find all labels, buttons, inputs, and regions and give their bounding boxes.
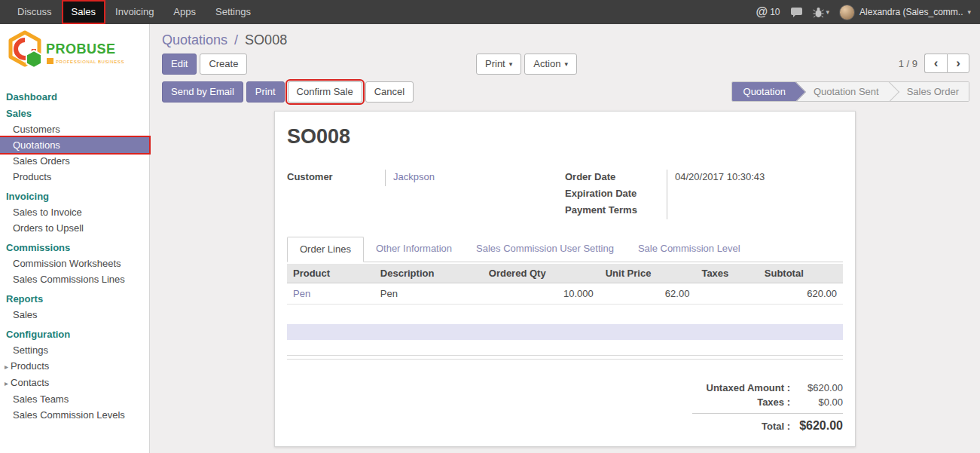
col-header-taxes[interactable]: Taxes <box>695 264 758 283</box>
pager-previous-button[interactable]: ‹ <box>924 54 947 73</box>
cancel-button[interactable]: Cancel <box>365 81 414 103</box>
taxes-value: $0.00 <box>790 396 843 408</box>
print-button[interactable]: Print <box>246 81 285 103</box>
totals-block: Untaxed Amount : $620.00 Taxes : $0.00 T… <box>692 381 843 434</box>
sidebar-item-reports-sales[interactable]: Sales <box>0 307 149 323</box>
tab-sale-commission-level[interactable]: Sale Commission Level <box>626 237 753 262</box>
at-icon: @ <box>756 5 768 19</box>
main-content: Quotations / SO008 Edit Create Print ▾ A… <box>150 24 980 453</box>
control-panel-row-2: Send by Email Print Confirm Sale Cancel … <box>162 81 969 103</box>
logo-tagline: PROFESSIONAL BUSINESS <box>56 60 124 64</box>
sidebar: PROBUSE PROFESSIONAL BUSINESS Dashboard … <box>0 24 150 453</box>
sidebar-item-sales-commissions-lines[interactable]: Sales Commissions Lines <box>0 271 149 287</box>
top-menu-sales[interactable]: Sales <box>62 0 106 24</box>
sidebar-item-quotations[interactable]: Quotations <box>0 137 149 153</box>
tab-order-lines[interactable]: Order Lines <box>287 237 364 262</box>
sidebar-item-sales-to-invoice[interactable]: Sales to Invoice <box>0 204 149 220</box>
cell-ordered-qty[interactable]: 10.000 <box>483 283 600 305</box>
sidebar-section-reports[interactable]: Reports <box>0 290 149 307</box>
caret-down-icon: ▾ <box>509 58 513 70</box>
col-header-unit-price[interactable]: Unit Price <box>600 264 696 283</box>
order-date-value[interactable]: 04/20/2017 10:30:43 <box>667 170 843 186</box>
customer-label: Customer <box>287 170 385 186</box>
sidebar-item-settings[interactable]: Settings <box>0 342 149 358</box>
sidebar-section-dashboard[interactable]: Dashboard <box>0 88 149 105</box>
total-value: $620.00 <box>790 419 843 433</box>
product-link[interactable]: Pen <box>293 288 310 299</box>
top-menu-invoicing[interactable]: Invoicing <box>105 0 163 24</box>
payment-terms-value[interactable] <box>667 203 843 219</box>
top-menu-apps[interactable]: Apps <box>163 0 206 24</box>
topbar-systray: @ 10 ▾ Alexandra (Sales_com <box>756 0 980 24</box>
bug-icon <box>813 7 824 18</box>
col-header-product[interactable]: Product <box>287 264 374 283</box>
action-dropdown-label: Action <box>533 58 560 70</box>
empty-line-row[interactable] <box>287 324 843 340</box>
customer-field[interactable]: Jackpson <box>385 170 565 186</box>
col-header-ordered-qty[interactable]: Ordered Qty <box>483 264 600 283</box>
top-menu-discuss[interactable]: Discuss <box>8 0 62 24</box>
expiration-date-value[interactable] <box>667 186 843 203</box>
breadcrumb-current: SO008 <box>245 32 287 47</box>
status-step-quotation-sent[interactable]: Quotation Sent <box>795 82 889 101</box>
notebook-tabs: Order Lines Other Information Sales Comm… <box>287 237 843 262</box>
sidebar-section-commissions[interactable]: Commissions <box>0 239 149 256</box>
confirm-sale-button[interactable]: Confirm Sale <box>288 81 362 103</box>
user-menu[interactable]: Alexandra (Sales_comm.. ▾ <box>839 5 971 20</box>
section-separator <box>287 355 843 360</box>
total-label: Total : <box>692 421 790 432</box>
sidebar-section-invoicing[interactable]: Invoicing <box>0 188 149 204</box>
pager-next-button[interactable]: › <box>947 54 969 73</box>
chat-icon <box>790 7 803 18</box>
send-by-email-button[interactable]: Send by Email <box>162 81 243 103</box>
breadcrumb-quotations-link[interactable]: Quotations <box>162 32 227 47</box>
sidebar-item-products[interactable]: Products <box>0 169 149 185</box>
caret-down-icon: ▾ <box>826 8 830 16</box>
cell-description[interactable]: Pen <box>374 283 483 305</box>
probuse-logo[interactable]: PROBUSE PROFESSIONAL BUSINESS <box>0 24 149 85</box>
activity-count-badge: 10 <box>770 7 780 17</box>
status-step-sales-order[interactable]: Sales Order <box>889 82 969 101</box>
chevron-left-icon: ‹ <box>934 56 939 71</box>
sidebar-item-contacts[interactable]: ▸Contacts <box>0 375 149 391</box>
cell-subtotal[interactable]: 620.00 <box>759 283 843 305</box>
messages-button[interactable] <box>790 7 803 18</box>
tab-other-information[interactable]: Other Information <box>364 237 464 262</box>
sidebar-item-commission-worksheets[interactable]: Commission Worksheets <box>0 256 149 271</box>
sidebar-item-label: Contacts <box>11 377 49 388</box>
chevron-right-icon: › <box>956 56 960 71</box>
cell-unit-price[interactable]: 62.00 <box>600 283 696 305</box>
record-title: SO008 <box>287 125 843 148</box>
customer-link[interactable]: Jackpson <box>393 171 435 182</box>
debug-menu-button[interactable]: ▾ <box>813 7 830 18</box>
print-dropdown-label: Print <box>485 58 505 70</box>
status-step-quotation[interactable]: Quotation <box>732 82 795 101</box>
sidebar-section-sales[interactable]: Sales <box>0 105 149 121</box>
top-menu: Discuss Sales Invoicing Apps Settings <box>8 0 261 24</box>
sidebar-item-orders-to-upsell[interactable]: Orders to Upsell <box>0 220 149 236</box>
action-dropdown-button[interactable]: Action ▾ <box>524 54 577 75</box>
cell-taxes[interactable] <box>695 283 758 305</box>
tab-sales-commission-user-setting[interactable]: Sales Commission User Setting <box>464 237 626 262</box>
col-header-description[interactable]: Description <box>374 264 483 283</box>
col-header-subtotal[interactable]: Subtotal <box>759 264 843 283</box>
sidebar-item-customers[interactable]: Customers <box>0 121 149 137</box>
sidebar-item-config-products[interactable]: ▸Products <box>0 358 149 375</box>
sidebar-item-sales-commission-levels[interactable]: Sales Commission Levels <box>0 407 149 423</box>
table-header-row: Product Description Ordered Qty Unit Pri… <box>287 264 843 283</box>
print-dropdown-button[interactable]: Print ▾ <box>476 54 521 75</box>
top-navbar: Discuss Sales Invoicing Apps Settings @ … <box>0 0 980 24</box>
create-button[interactable]: Create <box>200 54 247 75</box>
table-row[interactable]: Pen Pen 10.000 62.00 620.00 <box>287 283 843 305</box>
expiration-date-label: Expiration Date <box>565 186 667 203</box>
breadcrumb-separator: / <box>234 32 238 47</box>
cell-product[interactable]: Pen <box>287 283 374 305</box>
sidebar-item-sales-teams[interactable]: Sales Teams <box>0 391 149 407</box>
activities-button[interactable]: @ 10 <box>756 5 780 19</box>
top-menu-settings[interactable]: Settings <box>206 0 261 24</box>
sidebar-item-sales-orders[interactable]: Sales Orders <box>0 153 149 169</box>
user-name: Alexandra (Sales_comm.. <box>859 7 963 17</box>
edit-button[interactable]: Edit <box>162 54 197 75</box>
sidebar-section-configuration[interactable]: Configuration <box>0 326 149 342</box>
expand-right-icon: ▸ <box>5 363 8 371</box>
